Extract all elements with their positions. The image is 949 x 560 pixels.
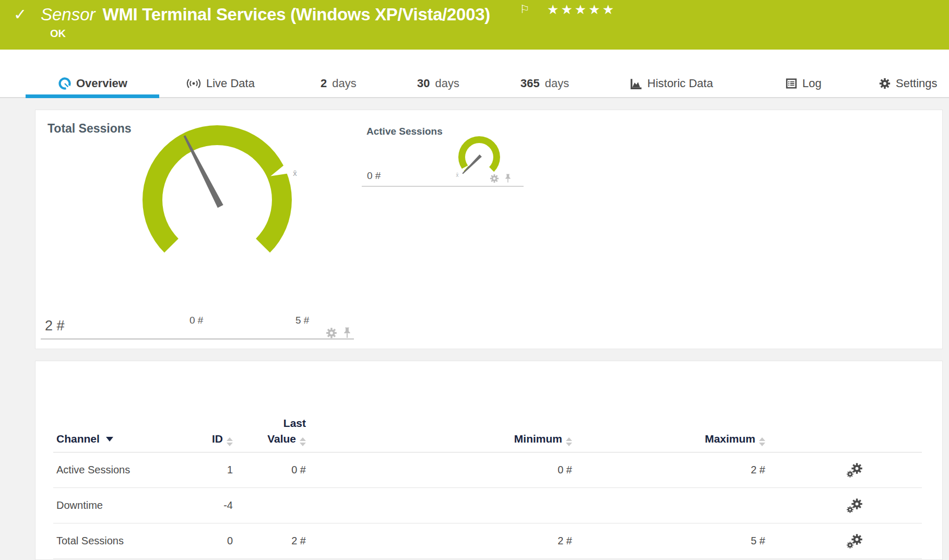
maximum-cell: 5 # <box>575 523 768 559</box>
tab-label: Settings <box>896 77 938 90</box>
column-header-channel[interactable]: Channel <box>53 361 184 452</box>
sensor-status-header: ✓ SensorWMI Terminal Services (Windows X… <box>0 0 949 50</box>
gauge-icon <box>58 77 71 90</box>
column-label: Last <box>283 417 306 429</box>
sort-arrows-icon <box>566 437 572 446</box>
gauge-title: Active Sessions <box>366 126 443 137</box>
id-cell: 1 <box>184 452 236 488</box>
broadcast-icon <box>186 78 201 89</box>
channels-table: Channel ID Last Value Minimum Maximum <box>53 361 922 559</box>
id-cell: -4 <box>184 488 236 523</box>
tab-30-days[interactable]: 30 days <box>417 75 459 92</box>
channel-name-cell: Active Sessions <box>53 452 184 488</box>
average-marker-label: x̄ <box>293 169 297 177</box>
column-header-last-value[interactable]: Last Value <box>236 361 309 452</box>
tab-label: days <box>332 77 356 90</box>
gauge-actions <box>490 174 512 183</box>
tab-live-data[interactable]: Live Data <box>186 75 255 92</box>
column-label: Value <box>267 433 296 445</box>
tab-bar: Overview Live Data 2 days 30 days 365 da… <box>0 50 949 98</box>
gauge-divider <box>41 338 354 340</box>
gauge-current-value: 0 # <box>367 170 381 182</box>
sort-arrows-icon <box>227 437 233 446</box>
tab-label: Historic Data <box>647 77 713 90</box>
priority-stars[interactable]: ★★★★★ <box>547 2 616 17</box>
channel-settings-cell <box>768 452 922 488</box>
gauge-min-label: 0 # <box>189 315 203 326</box>
minimum-cell <box>309 488 575 523</box>
column-label: Minimum <box>514 433 562 445</box>
tab-label: days <box>435 77 459 90</box>
gauges-panel: Total Sessions x̄ 0 # 5 # 2 # Active Ses… <box>35 110 943 349</box>
column-header-actions <box>768 361 922 452</box>
log-icon <box>786 78 797 89</box>
gear-icon[interactable] <box>326 327 337 339</box>
column-label: Maximum <box>705 433 755 445</box>
sort-arrows-icon <box>300 437 306 446</box>
table-header-row: Channel ID Last Value Minimum Maximum <box>53 361 922 452</box>
channel-settings-cell <box>768 523 922 559</box>
prtg-sensor-page: ✓ SensorWMI Terminal Services (Windows X… <box>0 0 949 560</box>
average-marker-label: x̄ <box>456 172 459 178</box>
sort-arrows-icon <box>759 437 765 446</box>
column-label: Channel <box>56 433 100 445</box>
tab-historic-data[interactable]: Historic Data <box>630 75 713 92</box>
sensor-title-line: SensorWMI Terminal Services (Windows XP/… <box>41 5 490 25</box>
tab-2-days[interactable]: 2 days <box>321 75 357 92</box>
active-tab-indicator <box>26 94 159 98</box>
tab-365-days[interactable]: 365 days <box>520 75 569 92</box>
last-value-cell: 2 # <box>236 523 309 559</box>
channel-name-cell: Total Sessions <box>53 523 184 559</box>
table-row: Active Sessions 1 0 # 0 # 2 # <box>53 452 922 488</box>
gear-icon[interactable] <box>490 174 499 183</box>
tab-overview[interactable]: Overview <box>58 75 127 92</box>
minimum-cell: 0 # <box>309 452 575 488</box>
table-row: Total Sessions 0 2 # 2 # 5 # <box>53 523 922 559</box>
last-value-cell <box>236 488 309 523</box>
gauge-current-value: 2 # <box>45 318 65 334</box>
total-sessions-gauge: x̄ <box>128 111 306 289</box>
channel-name-cell: Downtime <box>53 488 184 523</box>
channel-settings-gears-icon[interactable] <box>846 463 863 478</box>
channel-settings-gears-icon[interactable] <box>846 498 863 513</box>
column-label: ID <box>212 433 223 445</box>
maximum-cell: 2 # <box>575 452 768 488</box>
gauge-divider <box>362 186 524 187</box>
tab-label: Log <box>802 77 822 90</box>
tab-number: 30 <box>417 77 430 90</box>
maximum-cell <box>575 488 768 523</box>
channel-settings-cell <box>768 488 922 523</box>
tab-label: Overview <box>76 77 127 90</box>
column-header-id[interactable]: ID <box>184 361 236 452</box>
chevron-down-icon <box>106 437 113 442</box>
gauge-max-label: 5 # <box>295 315 309 326</box>
priority-flag-icon[interactable]: ⚐ <box>520 3 530 16</box>
pin-icon[interactable] <box>342 327 352 339</box>
column-header-maximum[interactable]: Maximum <box>575 361 768 452</box>
tab-settings[interactable]: Settings <box>879 75 938 92</box>
tab-label: days <box>545 77 569 90</box>
tab-log[interactable]: Log <box>786 75 822 92</box>
status-badge: OK <box>50 28 66 40</box>
last-value-cell: 0 # <box>236 452 309 488</box>
gauge-title: Total Sessions <box>48 122 132 136</box>
page-title: WMI Terminal Services (Windows XP/Vista/… <box>103 5 490 24</box>
gear-icon <box>879 78 891 89</box>
column-header-minimum[interactable]: Minimum <box>309 361 575 452</box>
pin-icon[interactable] <box>504 174 512 183</box>
gauge-actions <box>326 327 352 339</box>
tab-number: 365 <box>520 77 540 90</box>
channels-panel: Channel ID Last Value Minimum Maximum <box>35 361 943 560</box>
object-kind-label: Sensor <box>41 5 96 24</box>
tab-label: Live Data <box>206 77 255 90</box>
tab-number: 2 <box>321 77 327 90</box>
area-chart-icon <box>630 78 642 90</box>
minimum-cell: 2 # <box>309 523 575 559</box>
ok-check-icon: ✓ <box>14 7 27 22</box>
id-cell: 0 <box>184 523 236 559</box>
channel-settings-gears-icon[interactable] <box>846 534 863 549</box>
table-row: Downtime -4 <box>53 488 922 523</box>
